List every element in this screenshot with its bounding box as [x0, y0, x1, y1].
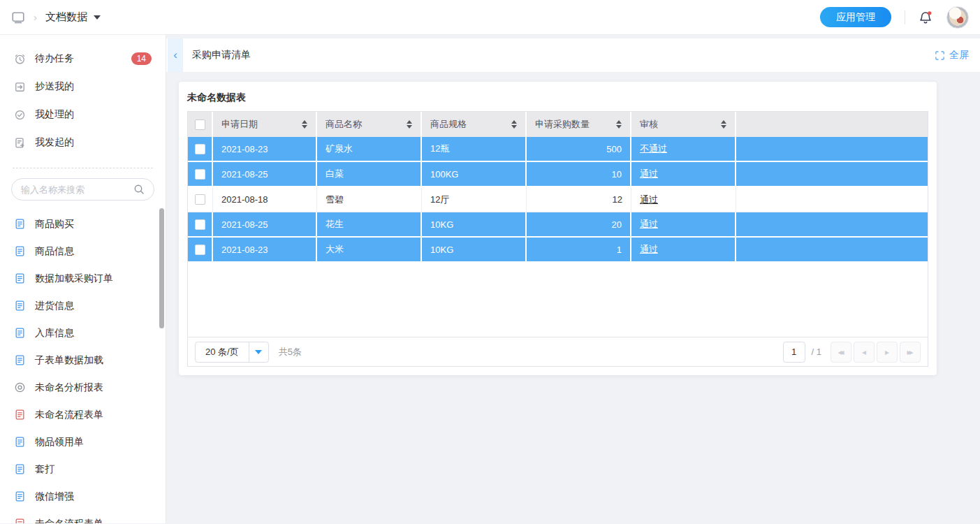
cell-quantity: 20 [527, 212, 631, 236]
header-quantity[interactable]: 申请采购数量 [527, 112, 631, 137]
back-button[interactable]: ‹ [168, 38, 183, 72]
sidebar: 待办任务 14 抄送我的 我处理的 我发起的 [0, 35, 166, 523]
sidebar-form-item[interactable]: 微信增强 [0, 483, 166, 510]
header-audit[interactable]: 审核 [631, 112, 736, 137]
breadcrumb-caret-icon[interactable] [94, 15, 101, 20]
sidebar-form-item[interactable]: 入库信息 [0, 319, 166, 347]
doc-icon [14, 463, 26, 475]
sidebar-form-item[interactable]: 数据加载采购订单 [0, 265, 166, 292]
task-label: 抄送我的 [35, 80, 74, 93]
app-manage-button[interactable]: 应用管理 [820, 7, 891, 27]
page-number-input[interactable] [783, 342, 805, 363]
sidebar-form-item[interactable]: 未命名流程表单 [0, 510, 166, 523]
search-icon[interactable] [133, 184, 145, 195]
sidebar-form-item[interactable]: 商品信息 [0, 238, 166, 265]
doc-icon [14, 354, 26, 366]
last-page-button[interactable]: ▸▸ [900, 342, 921, 363]
form-label: 微信增强 [35, 490, 74, 503]
notification-bell-icon[interactable] [919, 10, 933, 24]
sidebar-form-item[interactable]: 套打 [0, 456, 166, 483]
cell-audit: 不通过 [631, 137, 736, 161]
sidebar-task-item[interactable]: 我处理的 [0, 101, 166, 129]
cell-product-spec: 100KG [422, 162, 527, 186]
table-row[interactable]: 2021-08-18 雪碧 12厅 12 通过 [188, 187, 928, 212]
table-row[interactable]: 2021-08-25 花生 10KG 20 通过 [188, 212, 928, 238]
sidebar-task-item[interactable]: 我发起的 [0, 129, 166, 157]
sidebar-form-item[interactable]: 物品领用单 [0, 428, 166, 456]
prev-page-button[interactable]: ◂ [854, 342, 875, 363]
audit-link[interactable]: 通过 [640, 194, 658, 206]
form-label: 物品领用单 [35, 436, 84, 449]
cell-filler [736, 238, 928, 261]
cell-apply-date: 2021-08-23 [213, 238, 317, 261]
form-label: 商品信息 [35, 245, 74, 258]
cell-audit: 通过 [631, 212, 736, 236]
cell-product-name: 白菜 [317, 162, 422, 186]
sidebar-form-item[interactable]: 子表单数据加载 [0, 347, 166, 374]
audit-link[interactable]: 通过 [640, 218, 658, 231]
task-label: 我发起的 [35, 136, 74, 149]
audit-link[interactable]: 通过 [640, 243, 658, 256]
table-row[interactable]: 2021-08-25 白菜 100KG 10 通过 [188, 162, 928, 187]
doc-icon [14, 436, 26, 448]
header-product-spec[interactable]: 商品规格 [422, 112, 527, 137]
sort-icon[interactable] [302, 120, 307, 129]
select-all-checkbox[interactable] [195, 119, 205, 130]
fullscreen-label: 全屏 [949, 49, 969, 61]
row-checkbox-cell [188, 212, 213, 236]
chevron-down-icon[interactable] [249, 342, 268, 362]
doc-icon [14, 518, 26, 523]
table-row[interactable]: 2021-08-23 大米 10KG 1 通过 [188, 238, 928, 263]
sidebar-form-item[interactable]: 未命名流程表单 [0, 401, 166, 428]
cell-product-spec: 10KG [422, 212, 527, 236]
search-input[interactable] [21, 184, 133, 195]
task-list: 待办任务 14 抄送我的 我处理的 我发起的 [0, 45, 166, 157]
sidebar-task-item[interactable]: 待办任务 14 [0, 45, 166, 73]
table-row[interactable]: 2021-08-23 矿泉水 12瓶 500 不通过 [188, 137, 928, 162]
cell-apply-date: 2021-08-18 [213, 187, 317, 212]
page-size-select[interactable]: 20 条/页 [195, 342, 269, 363]
sort-icon[interactable] [721, 120, 726, 129]
check-circle-icon [14, 109, 26, 121]
row-checkbox[interactable] [195, 169, 205, 180]
cell-product-spec: 12瓶 [422, 137, 527, 161]
sidebar-scrollbar[interactable] [159, 208, 164, 328]
sidebar-task-item[interactable]: 抄送我的 [0, 73, 166, 101]
pagination-bar: 20 条/页 共5条 / 1 ◂◂ ◂ ▸ ▸▸ [188, 337, 928, 366]
row-checkbox[interactable] [195, 194, 205, 205]
row-checkbox-cell [188, 137, 213, 161]
first-page-button[interactable]: ◂◂ [831, 342, 851, 363]
doc-icon [14, 218, 26, 230]
cell-apply-date: 2021-08-25 [213, 162, 317, 186]
form-label: 未命名流程表单 [35, 409, 103, 421]
audit-link[interactable]: 不通过 [640, 143, 667, 155]
fullscreen-button[interactable]: 全屏 [935, 49, 969, 61]
sort-icon[interactable] [511, 120, 517, 129]
app-logo-icon[interactable] [11, 10, 25, 24]
header-apply-date[interactable]: 申请日期 [213, 112, 317, 137]
row-checkbox[interactable] [195, 219, 205, 230]
form-label: 未命名流程表单 [35, 518, 103, 524]
header-product-name[interactable]: 商品名称 [317, 112, 422, 137]
audit-link[interactable]: 通过 [640, 168, 658, 180]
sidebar-form-item[interactable]: 商品购买 [0, 210, 166, 238]
row-checkbox[interactable] [195, 245, 205, 255]
next-page-button[interactable]: ▸ [877, 342, 898, 363]
sort-icon[interactable] [616, 120, 622, 129]
avatar[interactable] [946, 6, 969, 29]
cell-apply-date: 2021-08-23 [213, 137, 317, 161]
cell-filler [736, 187, 928, 212]
topbar: › 文档数据 应用管理 [0, 0, 980, 35]
breadcrumb[interactable]: 文档数据 [45, 10, 87, 24]
send-doc-icon [14, 81, 26, 93]
cell-product-name: 矿泉水 [317, 137, 422, 161]
main-area: ‹ 采购申请清单 全屏 未命名数据表 申请日期 [166, 35, 980, 523]
sidebar-form-item[interactable]: 未命名分析报表 [0, 374, 166, 401]
task-badge: 14 [131, 52, 152, 65]
sort-icon[interactable] [407, 120, 412, 129]
sidebar-form-item[interactable]: 进货信息 [0, 292, 166, 319]
form-label: 数据加载采购订单 [35, 272, 113, 285]
row-checkbox-cell [188, 238, 213, 261]
cell-apply-date: 2021-08-25 [213, 212, 317, 236]
row-checkbox[interactable] [195, 144, 205, 154]
